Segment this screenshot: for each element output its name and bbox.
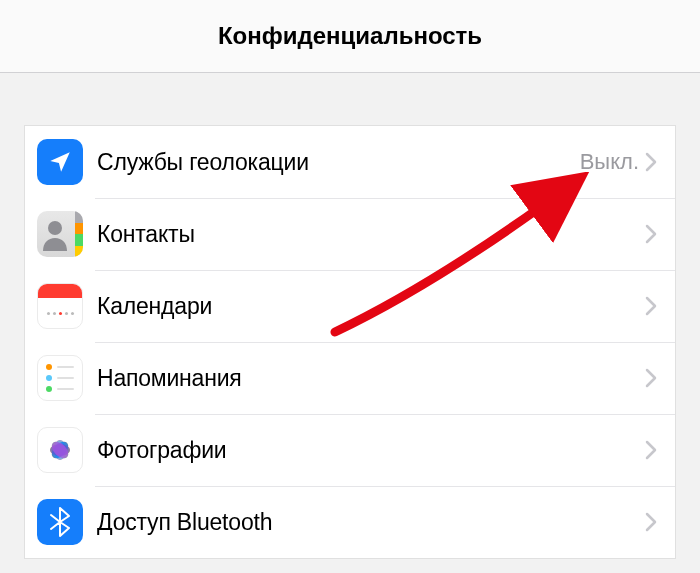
row-location-services[interactable]: Службы геолокации Выкл. — [25, 126, 675, 198]
chevron-right-icon — [645, 152, 657, 172]
location-arrow-icon — [37, 139, 83, 185]
chevron-right-icon — [645, 512, 657, 532]
chevron-right-icon — [645, 296, 657, 316]
row-label: Календари — [97, 293, 645, 320]
row-photos[interactable]: Фотографии — [25, 414, 675, 486]
row-bluetooth[interactable]: Доступ Bluetooth — [25, 486, 675, 558]
header: Конфиденциальность — [0, 0, 700, 73]
row-label: Напоминания — [97, 365, 645, 392]
row-label: Контакты — [97, 221, 645, 248]
chevron-right-icon — [645, 224, 657, 244]
photos-icon — [37, 427, 83, 473]
row-reminders[interactable]: Напоминания — [25, 342, 675, 414]
row-label: Фотографии — [97, 437, 645, 464]
row-contacts[interactable]: Контакты — [25, 198, 675, 270]
settings-list: Службы геолокации Выкл. Контакты — [24, 125, 676, 559]
row-value: Выкл. — [580, 149, 639, 175]
calendar-icon — [37, 283, 83, 329]
page-title: Конфиденциальность — [218, 22, 482, 50]
bluetooth-icon — [37, 499, 83, 545]
chevron-right-icon — [645, 368, 657, 388]
row-label: Службы геолокации — [97, 149, 580, 176]
row-label: Доступ Bluetooth — [97, 509, 645, 536]
contacts-icon — [37, 211, 83, 257]
reminders-icon — [37, 355, 83, 401]
content: Службы геолокации Выкл. Контакты — [0, 73, 700, 559]
svg-point-0 — [48, 221, 62, 235]
chevron-right-icon — [645, 440, 657, 460]
row-calendars[interactable]: Календари — [25, 270, 675, 342]
